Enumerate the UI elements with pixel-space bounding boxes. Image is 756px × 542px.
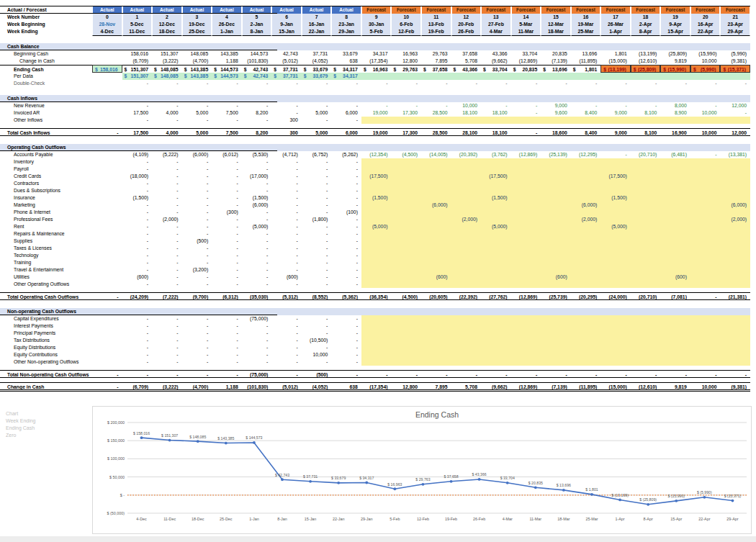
cell[interactable]: 8,000 [660,102,690,109]
cell[interactable]: - [331,238,361,245]
cell[interactable] [541,166,571,173]
cell[interactable]: - [271,194,302,202]
cell[interactable]: - [302,322,332,330]
cell[interactable] [92,109,122,117]
cell[interactable] [511,223,541,230]
cell[interactable]: - [182,223,212,230]
cell[interactable]: (500) [302,370,332,378]
cell[interactable]: (9,381) [720,58,750,65]
cell[interactable] [660,344,690,351]
cell[interactable] [690,252,721,259]
cell[interactable] [391,322,421,330]
cell[interactable]: - [152,202,182,209]
cell[interactable]: - [182,281,212,288]
cell[interactable]: - [122,351,153,358]
cell[interactable] [631,351,661,358]
cell[interactable]: - [242,209,272,216]
cell[interactable]: - [331,322,361,330]
cell[interactable]: - [302,102,332,109]
cell[interactable] [690,180,721,187]
cell[interactable]: 12,000 [720,102,750,109]
cell[interactable]: $(13,199) [600,65,631,73]
cell[interactable] [361,187,392,194]
cell[interactable]: - [271,223,302,230]
cell[interactable] [302,308,332,315]
cell[interactable]: - [271,238,302,245]
cell[interactable]: - [331,315,361,322]
cell[interactable] [571,209,601,216]
cell[interactable] [511,308,541,315]
cell[interactable] [541,117,571,124]
cell[interactable]: - [182,322,212,330]
cell[interactable] [690,43,721,50]
cell[interactable]: (4,052) [302,382,332,392]
ending-cash-chart[interactable]: Ending Cash $ 200,000$ 150,000$ 100,000$… [92,406,752,534]
cell[interactable]: - [122,187,153,194]
cell[interactable]: (5,000) [242,223,272,230]
cell[interactable] [690,259,721,266]
cell[interactable]: $33,704 [481,65,511,73]
cell[interactable] [541,322,571,330]
cell[interactable] [511,73,541,80]
cell[interactable]: - [421,80,451,87]
cell[interactable]: $(15,990) [660,65,690,73]
cell[interactable] [511,180,541,187]
cell[interactable] [541,216,571,223]
cell[interactable]: - [271,187,302,194]
cell[interactable]: 12,000 [720,128,750,136]
cell[interactable]: (101,830) [242,382,272,392]
cell[interactable]: - [271,322,302,330]
cell[interactable]: - [182,315,212,322]
cell[interactable] [511,144,541,151]
cell[interactable]: - [212,245,242,252]
week-header-cell[interactable]: 17 [600,14,631,21]
cell[interactable] [92,330,122,337]
cell[interactable] [660,259,690,266]
cell[interactable]: - [182,187,212,194]
cell[interactable] [631,281,661,288]
week-header-cell[interactable]: 16-Jan [302,21,332,28]
cell[interactable] [720,308,750,315]
cell[interactable] [720,337,750,344]
cell[interactable]: - [302,209,332,216]
cell[interactable] [571,43,601,50]
cell[interactable]: - [152,158,182,166]
cell[interactable] [690,274,721,281]
cell[interactable] [541,180,571,187]
cell[interactable] [391,223,421,230]
cell[interactable]: - [242,322,272,330]
cell[interactable] [92,281,122,288]
cell[interactable]: - [242,230,272,238]
cell[interactable] [481,73,511,80]
cell[interactable] [361,266,392,274]
cell[interactable]: - [242,166,272,173]
cell[interactable] [451,252,482,259]
cell[interactable]: (25,739) [541,292,571,300]
cell[interactable]: - [242,158,272,166]
cell[interactable]: - [302,230,332,238]
cell[interactable] [571,223,601,230]
row-label[interactable]: Credit Cards [0,173,92,180]
row-label[interactable]: Repairs & Maintenance [0,230,92,238]
cell[interactable]: - [302,202,332,209]
cell[interactable]: $143,385 [182,65,212,73]
cell[interactable] [571,187,601,194]
cell[interactable] [660,308,690,315]
cell[interactable]: (35,030) [242,292,272,300]
cell[interactable] [720,230,750,238]
row-label[interactable]: Equity Distributions [0,344,92,351]
cell[interactable] [481,322,511,330]
cell[interactable]: - [302,166,332,173]
cell[interactable]: (1,500) [361,194,392,202]
cell[interactable] [631,330,661,337]
cell[interactable] [541,173,571,180]
cell[interactable]: (36,354) [361,292,392,300]
cell[interactable] [361,281,392,288]
cell[interactable] [720,344,750,351]
cell[interactable] [720,330,750,337]
cell[interactable]: - [242,80,272,87]
cell[interactable] [481,238,511,245]
cell[interactable] [571,252,601,259]
cell[interactable] [421,315,451,322]
cell[interactable] [571,158,601,166]
